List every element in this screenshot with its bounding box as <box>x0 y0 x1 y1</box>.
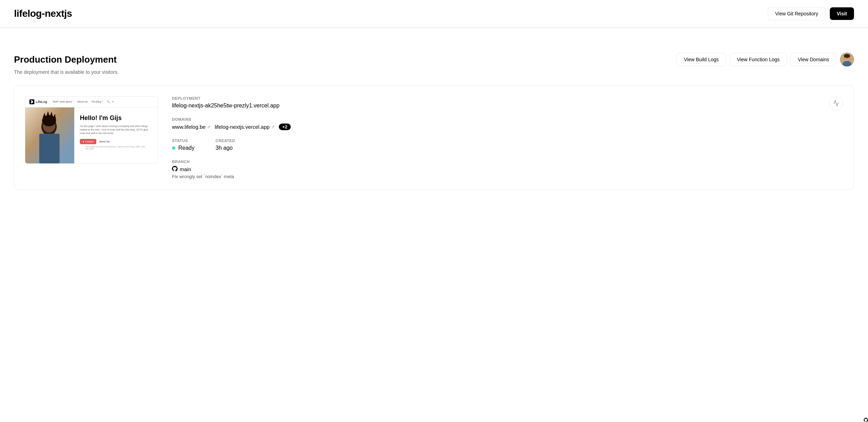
logo-icon-inner <box>30 100 33 103</box>
view-domains-button[interactable]: View Domains <box>791 53 836 66</box>
nav-link-1: Stuff I write about ˅ <box>53 100 74 103</box>
status-created-row: STATUS Ready CREATED 3h ago <box>172 139 815 151</box>
domains-row: www.lifelog.be ↗ lifelog-nextjs.vercel.a… <box>172 124 815 130</box>
search-icon: 🔍 <box>107 100 110 103</box>
domains-label: DOMAINS <box>172 117 815 121</box>
created-group: CREATED 3h ago <box>215 139 235 151</box>
created-value: 3h ago <box>215 145 235 151</box>
preview-hero-heading: Hello! I'm Gijs <box>80 114 152 122</box>
commit-message: Fix wrongly set `noindex` meta <box>172 174 815 179</box>
deployment-label: DEPLOYMENT <box>172 96 815 100</box>
plus-domains-badge[interactable]: +2 <box>279 124 291 130</box>
section-description: The deployment that is available to your… <box>14 69 854 75</box>
nav-icons: 🔍 ≡ <box>107 100 113 103</box>
preview-logo: LifeLog <box>29 99 47 104</box>
preview-contact-btn: ♥ Contact <box>80 139 96 144</box>
nav-link-2: About me <box>77 100 88 103</box>
branch-label: BRANCH <box>172 160 815 164</box>
preview-hero: Hello! I'm Gijs On this page I write abo… <box>25 107 158 163</box>
app-title: lifelog-nextjs <box>14 8 72 19</box>
domain-link-2[interactable]: lifelog-nextjs.vercel.app ↗ <box>215 124 275 130</box>
preview-hero-image <box>25 107 74 163</box>
view-git-repository-button[interactable]: View Git Repository <box>768 7 826 20</box>
status-value: Ready <box>172 145 194 151</box>
heart-icon: ♥ <box>83 140 84 143</box>
site-preview: LifeLog Stuff I write about ˅ About me T… <box>25 96 158 164</box>
deployment-card: LifeLog Stuff I write about ˅ About me T… <box>14 85 854 190</box>
nav-link-3: The Blog ˅ <box>91 100 103 103</box>
preview-footer: This page was built using Next.js, Tailw… <box>80 144 152 151</box>
avatar <box>840 52 854 66</box>
deployment-info: DEPLOYMENT lifelog-nextjs-ak25he5tw-prez… <box>172 96 815 179</box>
preview-nav: LifeLog Stuff I write about ˅ About me T… <box>25 97 158 107</box>
logo-text: LifeLog <box>36 100 47 104</box>
visit-button[interactable]: Visit <box>830 7 854 20</box>
main-content: Production Deployment View Build Logs Vi… <box>0 38 868 204</box>
status-label: STATUS <box>172 139 194 143</box>
view-build-logs-button[interactable]: View Build Logs <box>676 53 726 66</box>
preview-hero-text: Hello! I'm Gijs On this page I write abo… <box>74 107 158 163</box>
status-dot <box>172 146 175 150</box>
svg-point-2 <box>844 54 850 58</box>
section-actions: View Build Logs View Function Logs View … <box>676 52 854 66</box>
header: lifelog-nextjs View Git Repository Visit <box>0 0 868 28</box>
section-header: Production Deployment View Build Logs Vi… <box>14 52 854 66</box>
section-title: Production Deployment <box>14 54 117 65</box>
created-label: CREATED <box>215 139 235 143</box>
activity-icon[interactable] <box>829 96 843 110</box>
branch-row: BRANCH main Fix wrongly set `noindex` me… <box>172 160 815 179</box>
external-link-icon-2: ↗ <box>271 125 275 129</box>
domain-link-1[interactable]: www.lifelog.be ↗ <box>172 124 211 130</box>
header-actions: View Git Repository Visit <box>768 7 854 20</box>
preview-about-btn: About me <box>99 140 110 143</box>
github-icon <box>172 166 178 173</box>
preview-nav-links: Stuff I write about ˅ About me The Blog … <box>53 100 113 103</box>
svg-rect-9 <box>39 134 60 163</box>
external-link-icon-1: ↗ <box>207 125 211 129</box>
deployment-url: lifelog-nextjs-ak25he5tw-prezly1.vercel.… <box>172 103 815 109</box>
menu-icon: ≡ <box>112 100 113 103</box>
logo-icon <box>29 99 34 104</box>
header-divider <box>0 28 868 28</box>
preview-hero-body: On this page I write about running a com… <box>80 125 152 135</box>
view-function-logs-button[interactable]: View Function Logs <box>730 53 787 66</box>
preview-buttons: ♥ Contact About me <box>80 139 152 144</box>
status-group: STATUS Ready <box>172 139 194 151</box>
branch-value: main <box>172 166 815 173</box>
